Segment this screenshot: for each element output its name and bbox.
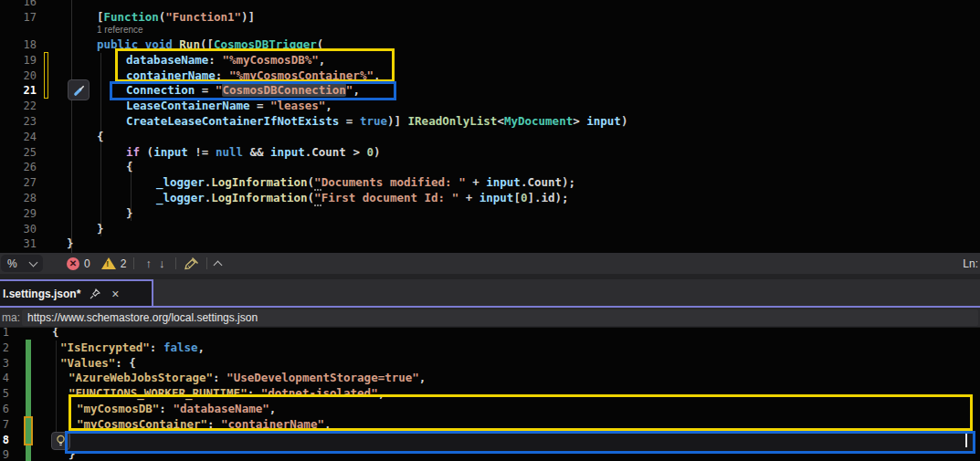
code-cleanup-broom-icon[interactable] xyxy=(184,257,199,270)
json-editor-pane[interactable]: 1{2"IsEncrypted": false,3"Values": {4"Az… xyxy=(0,328,980,461)
tab-title: l.settings.json* xyxy=(3,288,80,300)
document-tab-strip: l.settings.json* × xyxy=(0,279,980,308)
gutter-divider xyxy=(71,0,72,253)
previous-issue-button[interactable]: ↑ xyxy=(145,257,152,270)
line-number[interactable]: 26 xyxy=(0,160,37,175)
chevron-up-icon[interactable] xyxy=(214,260,223,269)
code-line[interactable]: LeaseContainerName = "leases", xyxy=(126,99,332,114)
line-number[interactable]: 7 xyxy=(0,417,9,433)
code-line[interactable]: { xyxy=(126,160,133,175)
pin-icon[interactable] xyxy=(90,288,100,299)
code-line[interactable]: } xyxy=(67,236,74,252)
line-number[interactable]: 16 xyxy=(0,0,37,10)
code-line[interactable]: { xyxy=(52,328,59,341)
code-line[interactable]: } xyxy=(126,206,133,222)
annotation-blue-box-top xyxy=(110,81,396,100)
code-line[interactable]: if (input != null && input.Count > 0) xyxy=(126,145,381,161)
close-icon[interactable]: × xyxy=(111,287,119,301)
annotation-yellow-box-json xyxy=(68,394,973,431)
annotation-blue-box-json xyxy=(65,431,975,454)
code-line[interactable]: { xyxy=(97,130,104,145)
line-number[interactable]: 23 xyxy=(0,114,37,130)
line-number[interactable]: 29 xyxy=(0,206,37,222)
line-number[interactable]: 30 xyxy=(0,222,37,237)
csharp-editor-pane[interactable]: 1617[Function("Function1")]1 reference18… xyxy=(0,0,980,253)
code-line[interactable]: CreateLeaseContainerIfNotExists = true)]… xyxy=(126,114,627,130)
line-number[interactable]: 21 xyxy=(0,83,37,99)
line-number[interactable]: 22 xyxy=(0,99,37,114)
code-line[interactable]: "IsEncrypted": false, xyxy=(60,341,205,356)
tracked-change-outline xyxy=(24,416,33,445)
code-line[interactable]: [Function("Function1")] xyxy=(97,10,255,26)
errors-icon[interactable]: ✕ xyxy=(67,257,79,270)
schema-bar: ma: https://www.schemastore.org/local.se… xyxy=(0,308,980,328)
code-line[interactable]: _logger.LogInformation("Documents modifi… xyxy=(156,175,575,191)
code-line[interactable]: _logger.LogInformation("First document I… xyxy=(156,191,569,206)
line-number[interactable]: 4 xyxy=(0,371,9,386)
code-line[interactable]: "Values": { xyxy=(60,356,136,372)
line-number[interactable]: 24 xyxy=(0,130,37,145)
line-position-indicator: Ln: xyxy=(963,257,978,270)
line-number[interactable]: 20 xyxy=(0,68,37,84)
line-number[interactable]: 28 xyxy=(0,191,37,206)
next-issue-button[interactable]: ↓ xyxy=(159,257,165,270)
line-number[interactable]: 31 xyxy=(0,236,37,252)
line-number[interactable]: 19 xyxy=(0,53,37,68)
schema-url[interactable]: https://www.schemastore.org/local.settin… xyxy=(27,310,258,325)
warning-count[interactable]: 2 xyxy=(121,257,127,270)
line-number[interactable]: 1 xyxy=(0,328,9,341)
line-number[interactable]: 8 xyxy=(0,433,9,448)
vs-editor-window: 1617[Function("Function1")]1 reference18… xyxy=(0,0,980,461)
schema-label: ma: xyxy=(2,311,20,324)
zoom-level-dropdown[interactable]: % xyxy=(1,255,43,272)
zoom-level-label: % xyxy=(7,257,17,270)
quick-actions-button[interactable] xyxy=(68,79,90,100)
codelens-references[interactable]: 1 reference xyxy=(97,25,143,36)
annotation-yellow-box-top xyxy=(115,48,395,82)
text-caret xyxy=(965,434,967,447)
chevron-down-icon xyxy=(29,257,38,267)
warnings-icon[interactable] xyxy=(101,257,116,269)
screwdriver-icon xyxy=(72,83,86,97)
line-number[interactable]: 18 xyxy=(0,37,37,53)
line-number[interactable]: 6 xyxy=(0,402,9,417)
line-number[interactable]: 25 xyxy=(0,145,37,161)
code-line[interactable]: "AzureWebJobsStorage": "UseDevelopmentSt… xyxy=(68,371,426,386)
line-number[interactable]: 9 xyxy=(0,447,9,461)
line-number[interactable]: 2 xyxy=(0,341,9,356)
tab-local-settings-json[interactable]: l.settings.json* × xyxy=(0,279,153,306)
line-number[interactable]: 27 xyxy=(0,175,37,191)
line-number[interactable]: 3 xyxy=(0,356,9,372)
line-number[interactable]: 5 xyxy=(0,386,9,402)
error-count[interactable]: 0 xyxy=(84,257,90,270)
code-line[interactable]: } xyxy=(97,222,104,237)
editor-health-bar: % ✕ 0 2 ↑ ↓ Ln: xyxy=(0,253,980,274)
unsaved-change-indicator xyxy=(44,52,48,99)
line-number[interactable]: 17 xyxy=(0,10,37,26)
